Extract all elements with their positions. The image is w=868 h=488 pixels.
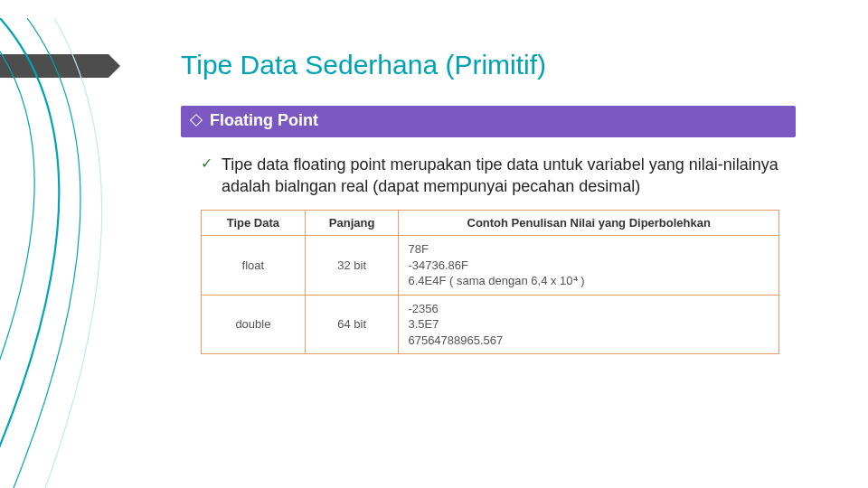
check-icon: ✓ xyxy=(201,154,212,174)
subheading-bar: Floating Point xyxy=(181,106,796,137)
bullet-text: Tipe data floating point merupakan tipe … xyxy=(222,154,779,197)
subheading-text: Floating Point xyxy=(210,111,318,129)
table-header-example: Contoh Penulisan Nilai yang Diperbolehka… xyxy=(399,211,779,236)
cell-length: 64 bit xyxy=(305,295,399,354)
slide-content: Tipe Data Sederhana (Primitif) Floating … xyxy=(181,50,832,354)
table-row: float 32 bit 78F -34736.86F 6.4E4F ( sam… xyxy=(202,236,779,296)
decorative-swoosh xyxy=(0,18,199,488)
data-type-table: Tipe Data Panjang Contoh Penulisan Nilai… xyxy=(201,210,779,354)
decorative-bar xyxy=(0,54,108,78)
table-header-row: Tipe Data Panjang Contoh Penulisan Nilai… xyxy=(202,211,779,236)
diamond-bullet-icon xyxy=(190,114,203,127)
table-header-type: Tipe Data xyxy=(202,211,306,236)
page-title: Tipe Data Sederhana (Primitif) xyxy=(181,50,832,80)
table-row: double 64 bit -2356 3.5E7 67564788965.56… xyxy=(202,295,779,354)
table-header-length: Panjang xyxy=(305,211,399,236)
cell-type: double xyxy=(202,295,306,354)
bullet-item: ✓ Tipe data floating point merupakan tip… xyxy=(201,154,779,197)
cell-example: -2356 3.5E7 67564788965.567 xyxy=(399,295,779,354)
cell-type: float xyxy=(202,236,306,296)
cell-example: 78F -34736.86F 6.4E4F ( sama dengan 6,4 … xyxy=(399,236,779,296)
cell-length: 32 bit xyxy=(305,236,399,296)
